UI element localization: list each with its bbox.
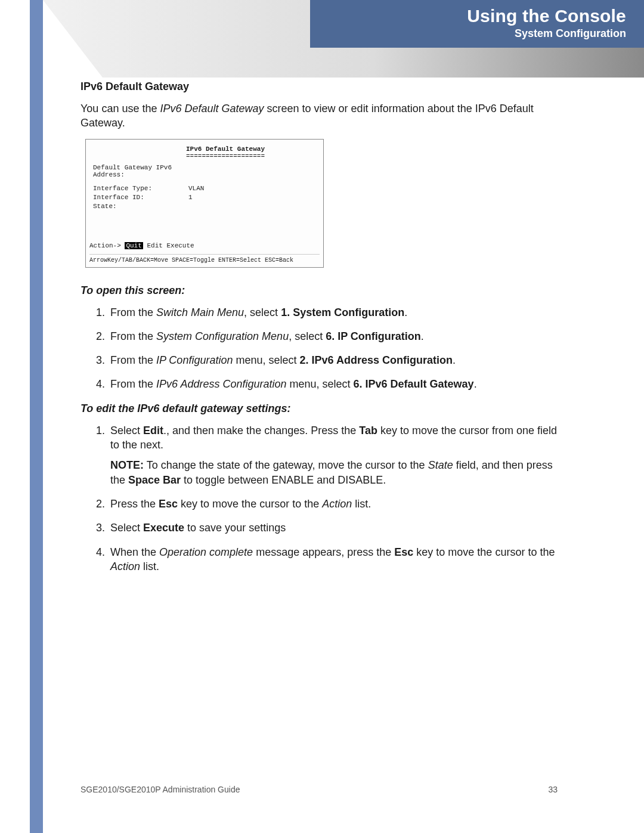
action-prefix: Action-> (89, 242, 121, 249)
console-underline: ==================== (135, 153, 316, 160)
console-row: Interface Type: VLAN (93, 185, 316, 192)
edit-heading: To edit the IPv6 default gateway setting… (80, 402, 558, 415)
open-heading: To open this screen: (80, 284, 558, 297)
console-title: IPv6 Default Gateway (135, 145, 316, 153)
console-label: Interface Type: (93, 185, 188, 192)
list-item: From the IP Configuration menu, select 2… (108, 353, 558, 367)
action-selected: Quit (125, 242, 143, 249)
left-vertical-stripe (30, 0, 43, 833)
action-rest: Edit Execute (143, 242, 194, 249)
page-content: IPv6 Default Gateway You can use the IPv… (80, 80, 558, 583)
console-label: State: (93, 203, 188, 210)
list-item: Press the Esc key to move the cursor to … (108, 497, 558, 511)
page-footer: SGE2010/SGE2010P Administration Guide 33 (80, 785, 558, 794)
console-bottom: Action-> Quit Edit Execute ArrowKey/TAB/… (89, 242, 320, 264)
console-value: 1 (188, 194, 193, 201)
header-dark-block: Using the Console System Configuration (310, 0, 644, 48)
console-hint: ArrowKey/TAB/BACK=Move SPACE=Toggle ENTE… (89, 254, 320, 264)
console-label: Default Gateway IPv6 Address: (93, 164, 188, 178)
header-title: Using the Console (310, 6, 626, 26)
page-header: Using the Console System Configuration (43, 0, 644, 78)
section-heading: IPv6 Default Gateway (80, 80, 558, 93)
list-item: From the System Configuration Menu, sele… (108, 329, 558, 343)
open-steps: From the Switch Main Menu, select 1. Sys… (108, 305, 558, 392)
note-label: NOTE: (110, 459, 144, 471)
console-value: VLAN (188, 185, 204, 192)
console-row: Interface ID: 1 (93, 194, 316, 201)
page-number: 33 (548, 785, 558, 794)
console-label: Interface ID: (93, 194, 188, 201)
console-row: State: (93, 203, 316, 210)
edit-steps: Select Edit., and then make the changes.… (108, 423, 558, 574)
list-item: From the Switch Main Menu, select 1. Sys… (108, 305, 558, 320)
intro-paragraph: You can use the IPv6 Default Gateway scr… (80, 101, 558, 131)
footer-left: SGE2010/SGE2010P Administration Guide (80, 785, 240, 794)
console-row: Default Gateway IPv6 Address: (93, 164, 316, 178)
intro-italic: IPv6 Default Gateway (160, 103, 264, 114)
list-item: When the Operation complete message appe… (108, 545, 558, 574)
console-action-line: Action-> Quit Edit Execute (89, 242, 320, 249)
console-screenshot: IPv6 Default Gateway ===================… (85, 139, 324, 268)
note-block: NOTE: To change the state of the gateway… (110, 458, 558, 487)
list-item: Select Edit., and then make the changes.… (108, 423, 558, 487)
header-subtitle: System Configuration (310, 27, 626, 40)
intro-text-a: You can use the (80, 103, 160, 114)
list-item: From the IPv6 Address Configuration menu… (108, 377, 558, 391)
list-item: Select Execute to save your settings (108, 521, 558, 535)
